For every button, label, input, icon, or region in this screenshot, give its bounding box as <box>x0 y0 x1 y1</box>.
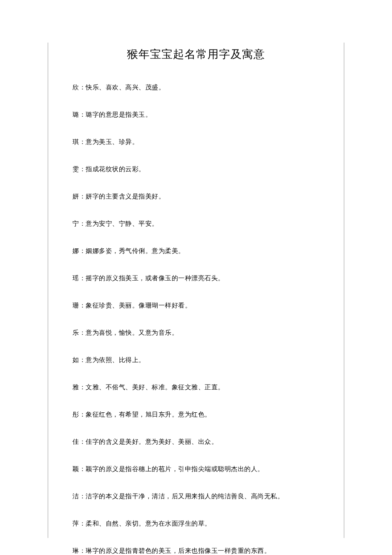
entry-item: 雅：文雅、不俗气、美好、标准。象征文雅、正直。 <box>60 382 332 392</box>
entry-item: 佳：佳字的含义是美好。意为美好、美丽、出众。 <box>60 437 332 447</box>
entry-item: 颖：颖字的原义是指谷穗上的苞片，引申指尖端或聪明杰出的人。 <box>60 464 332 474</box>
entry-item: 珊：象征珍贵、美丽。像珊瑚一样好看。 <box>60 300 332 311</box>
entry-item: 宁：意为安宁、宁静、平安。 <box>60 219 332 229</box>
entry-item: 欣：快乐、喜欢、高兴、茂盛。 <box>60 82 332 92</box>
entry-item: 雯：指成花纹状的云彩。 <box>60 164 332 174</box>
entry-item: 萍：柔和、自然、亲切。意为在水面浮生的草。 <box>60 518 332 529</box>
entry-item: 彤：象征红色，有希望，旭日东升。意为红色。 <box>60 409 332 420</box>
entry-item: 瑶：摇字的原义指美玉，或者像玉的一种漂亮石头。 <box>60 273 332 283</box>
entry-item: 娜：姻娜多姿，秀气伶俐。意为柔美。 <box>60 246 332 256</box>
right-border <box>344 43 344 538</box>
entry-item: 洁：洁字的本义是指干净，清洁，后又用来指人的纯洁善良、高尚无私。 <box>60 491 332 501</box>
entry-item: 琳：琳字的原义是指青碧色的美玉，后来也指像玉一样贵重的东西。 <box>60 546 332 555</box>
entry-item: 琪：意为美玉、珍异。 <box>60 137 332 147</box>
page-title: 猴年宝宝起名常用字及寓意 <box>60 47 332 62</box>
entry-item: 璐：璐字的意思是指美玉。 <box>60 109 332 120</box>
entry-item: 妍：妍字的主要含义是指美好。 <box>60 191 332 201</box>
left-border <box>48 43 48 538</box>
document-page: 猴年宝宝起名常用字及寓意 欣：快乐、喜欢、高兴、茂盛。璐：璐字的意思是指美玉。琪… <box>0 0 392 555</box>
entry-item: 如：意为依照、比得上。 <box>60 355 332 365</box>
entry-item: 乐：意为喜悦，愉快。又意为音乐。 <box>60 328 332 338</box>
entries-list: 欣：快乐、喜欢、高兴、茂盛。璐：璐字的意思是指美玉。琪：意为美玉、珍异。雯：指成… <box>60 82 332 555</box>
